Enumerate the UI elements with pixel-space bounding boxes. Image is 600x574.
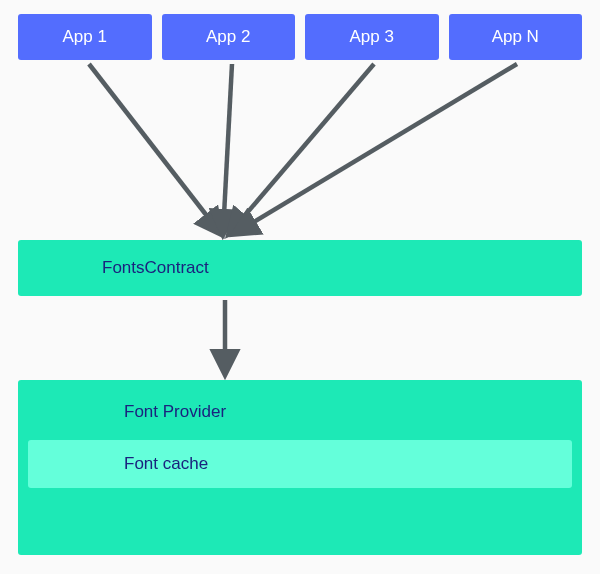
app-box-3: App 3 — [305, 14, 439, 60]
font-provider-label: Font Provider — [28, 390, 572, 434]
app-label: App 3 — [350, 27, 394, 47]
diagram-canvas: App 1 App 2 App 3 App N FontsContract Fo… — [0, 0, 600, 574]
apps-to-contract-arrows — [89, 64, 517, 234]
svg-line-2 — [229, 64, 374, 234]
font-cache-box: Font cache — [28, 440, 572, 488]
app-label: App N — [492, 27, 539, 47]
fonts-contract-label: FontsContract — [102, 258, 209, 278]
app-box-n: App N — [449, 14, 583, 60]
svg-line-3 — [234, 64, 517, 234]
svg-line-0 — [89, 64, 221, 234]
app-label: App 2 — [206, 27, 250, 47]
fonts-contract-layer: FontsContract — [18, 240, 582, 296]
app-box-1: App 1 — [18, 14, 152, 60]
font-cache-label: Font cache — [124, 454, 208, 474]
svg-line-1 — [223, 64, 232, 234]
font-provider-block: Font Provider Font cache — [18, 380, 582, 555]
fonts-contract-box: FontsContract — [18, 240, 582, 296]
apps-row: App 1 App 2 App 3 App N — [18, 14, 582, 60]
app-box-2: App 2 — [162, 14, 296, 60]
app-label: App 1 — [63, 27, 107, 47]
